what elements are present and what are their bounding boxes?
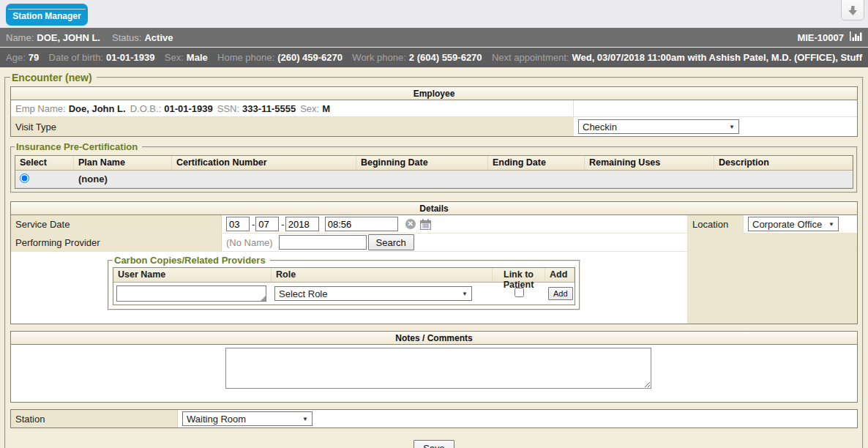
station-select[interactable]: Waiting Room ▼ bbox=[182, 411, 313, 426]
home-phone-label: Home phone: bbox=[217, 52, 274, 63]
employee-table-title: Employee bbox=[11, 87, 857, 100]
sex-label: Sex: bbox=[165, 52, 184, 63]
dob-label: Date of birth: bbox=[49, 52, 103, 63]
notes-title: Notes / Comments bbox=[11, 332, 857, 345]
next-appointment-label: Next appointment: bbox=[492, 52, 569, 63]
service-date-year-input[interactable] bbox=[285, 217, 319, 231]
chevron-down-icon: ▼ bbox=[302, 416, 308, 422]
visit-type-row: Visit Type Checkin ▼ bbox=[11, 117, 857, 136]
notes-textarea[interactable] bbox=[225, 348, 651, 389]
insurance-precert-legend: Insurance Pre-Certification bbox=[15, 141, 142, 152]
col-ending-date: Ending Date bbox=[488, 156, 585, 170]
encounter-legend: Encounter (new) bbox=[10, 72, 97, 83]
save-button[interactable]: Save bbox=[414, 440, 454, 448]
details-table-title: Details bbox=[11, 202, 857, 215]
col-cert-number: Certification Number bbox=[172, 156, 356, 170]
provider-search-button[interactable]: Search bbox=[368, 234, 414, 250]
clear-date-icon[interactable]: ✕ bbox=[405, 219, 416, 229]
date-separator: - bbox=[252, 219, 255, 230]
role-selected: Select Role bbox=[279, 288, 327, 299]
insurance-table: Select Plan Name Certification Number Be… bbox=[15, 155, 853, 189]
col-link-to-patient: Link to Patient bbox=[493, 268, 545, 282]
insurance-plan-none: (none) bbox=[74, 173, 172, 184]
service-time-input[interactable] bbox=[325, 217, 398, 231]
carbon-copies-legend: Carbon Copies/Related Providers bbox=[113, 255, 270, 266]
col-description: Description bbox=[714, 156, 853, 170]
encounter-fieldset: Encounter (new) Employee Emp Name: Doe, … bbox=[4, 72, 864, 448]
performing-provider-label: Performing Provider bbox=[11, 234, 222, 251]
details-table: Details Service Date - - ✕ bbox=[10, 201, 858, 324]
work-phone-value: 2 (604) 559-6270 bbox=[409, 52, 482, 63]
chevron-down-icon: ▼ bbox=[828, 221, 834, 228]
service-date-label: Service Date bbox=[11, 215, 222, 233]
patient-id: MIE-10007 bbox=[797, 32, 844, 43]
calendar-icon[interactable] bbox=[420, 219, 431, 230]
visit-type-label: Visit Type bbox=[11, 117, 574, 136]
station-manager-tab[interactable]: Station Manager bbox=[6, 4, 88, 26]
emp-dob-label: D.O.B.: bbox=[130, 103, 162, 114]
add-provider-button[interactable]: Add bbox=[548, 287, 573, 300]
emp-dob-value: 01-01-1939 bbox=[164, 103, 213, 114]
employee-info-row: Emp Name: Doe, John L. D.O.B.: 01-01-193… bbox=[11, 100, 857, 117]
top-toolbar: Station Manager bbox=[0, 0, 868, 28]
carbon-copies-fieldset: Carbon Copies/Related Providers User Nam… bbox=[108, 255, 580, 310]
next-appointment-value: Wed, 03/07/2018 11:00am with Ashish Pate… bbox=[572, 52, 862, 63]
download-arrow-icon bbox=[848, 6, 858, 16]
status-label: Status: bbox=[112, 32, 141, 43]
emp-sex-value: M bbox=[322, 103, 330, 114]
service-date-month-input[interactable] bbox=[226, 217, 250, 231]
sex-value: Male bbox=[187, 52, 208, 63]
location-label: Location bbox=[688, 215, 744, 233]
notes-table: Notes / Comments bbox=[10, 331, 858, 403]
chevron-down-icon: ▼ bbox=[729, 124, 735, 130]
provider-search-input[interactable] bbox=[279, 235, 367, 250]
age-value: 79 bbox=[29, 52, 39, 63]
insurance-row-none: (none) bbox=[15, 171, 853, 188]
station-label: Station bbox=[11, 410, 178, 428]
carbon-copies-table: User Name Role Link to Patient Add bbox=[113, 267, 575, 305]
name-label: Name: bbox=[6, 32, 34, 43]
emp-name-value: Doe, John L. bbox=[69, 103, 126, 114]
chevron-down-icon: ▼ bbox=[462, 291, 468, 297]
age-label: Age: bbox=[6, 52, 26, 63]
visit-type-select[interactable]: Checkin ▼ bbox=[578, 119, 739, 134]
download-button[interactable] bbox=[841, 0, 864, 20]
insurance-precert-fieldset: Insurance Pre-Certification Select Plan … bbox=[10, 141, 858, 193]
bar-chart-icon[interactable] bbox=[850, 31, 862, 43]
patient-status: Active bbox=[144, 32, 173, 43]
station-selected: Waiting Room bbox=[187, 414, 246, 425]
link-to-patient-checkbox[interactable] bbox=[515, 288, 524, 297]
col-select: Select bbox=[15, 156, 74, 170]
col-add: Add bbox=[545, 268, 575, 282]
emp-sex-label: Sex: bbox=[300, 103, 319, 114]
service-date-day-input[interactable] bbox=[255, 217, 279, 231]
emp-ssn-value: 333-11-5555 bbox=[242, 103, 296, 114]
col-beginning-date: Beginning Date bbox=[356, 156, 488, 170]
demographics-bar: Age: 79 Date of birth: 01-01-1939 Sex: M… bbox=[0, 48, 868, 67]
encounter-page: Encounter (new) Employee Emp Name: Doe, … bbox=[0, 67, 868, 448]
col-user-name: User Name bbox=[113, 268, 272, 282]
date-separator: - bbox=[281, 219, 284, 230]
patient-name: DOE, JOHN L. bbox=[37, 32, 100, 43]
emp-ssn-label: SSN: bbox=[217, 103, 239, 114]
col-role: Role bbox=[272, 268, 493, 282]
insurance-none-radio[interactable] bbox=[20, 173, 29, 183]
patient-header-bar: Name: DOE, JOHN L. Status: Active MIE-10… bbox=[0, 28, 868, 48]
visit-type-selected: Checkin bbox=[583, 122, 617, 132]
location-selected: Corporate Office bbox=[752, 219, 822, 230]
emp-name-label: Emp Name: bbox=[15, 103, 66, 114]
col-remaining-uses: Remaining Uses bbox=[585, 156, 714, 170]
role-select[interactable]: Select Role ▼ bbox=[274, 286, 472, 301]
col-plan-name: Plan Name bbox=[74, 156, 172, 170]
dob-value: 01-01-1939 bbox=[106, 52, 155, 63]
location-select[interactable]: Corporate Office ▼ bbox=[748, 217, 839, 231]
no-name-text: (No Name) bbox=[226, 237, 273, 248]
employee-table: Employee Emp Name: Doe, John L. D.O.B.: … bbox=[10, 86, 858, 137]
user-name-input[interactable] bbox=[116, 285, 266, 302]
carbon-copies-row: Carbon Copies/Related Providers User Nam… bbox=[11, 252, 857, 324]
station-table: Station Waiting Room ▼ bbox=[10, 409, 858, 428]
insurance-table-header: Select Plan Name Certification Number Be… bbox=[15, 156, 853, 171]
performing-provider-row: Performing Provider (No Name) Search bbox=[11, 234, 857, 252]
service-date-row: Service Date - - ✕ bbox=[11, 215, 857, 234]
home-phone-value: (260) 459-6270 bbox=[277, 52, 343, 63]
